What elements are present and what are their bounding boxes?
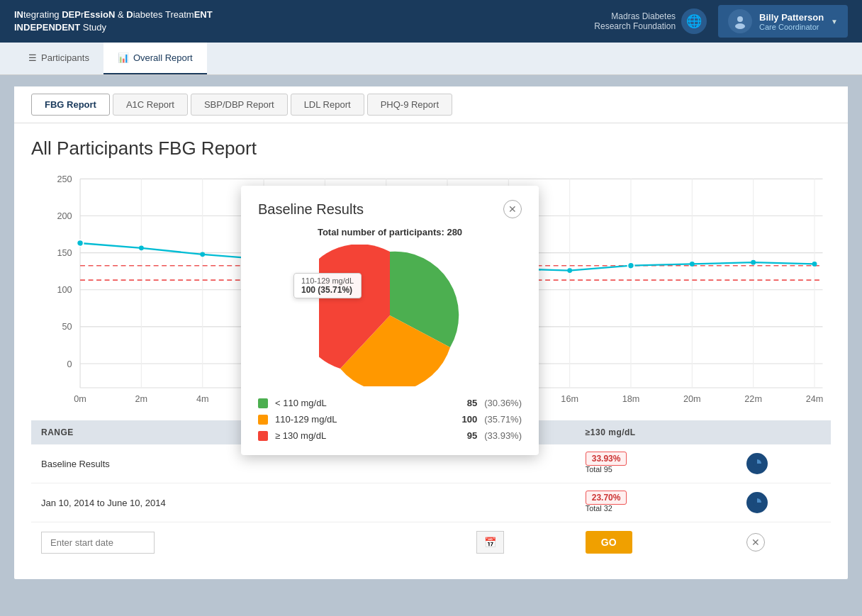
user-info: Billy Patterson Care Coordinator <box>759 12 824 31</box>
legend-label-green: < 110 mg/dL <box>275 398 460 408</box>
legend-pct-red: (33.93%) <box>484 430 522 441</box>
report-title: All Participants FBG Report <box>31 138 831 159</box>
svg-point-32 <box>200 252 205 257</box>
modal-total: Total number of participants: 280 <box>258 227 522 237</box>
sub-tab-ldl[interactable]: LDL Report <box>291 94 364 116</box>
svg-point-40 <box>690 262 695 267</box>
logo-in: IN <box>14 9 23 20</box>
legend-value-red: 95 <box>467 430 477 441</box>
tab-participants[interactable]: ☰ Participants <box>14 43 103 74</box>
start-date-input[interactable] <box>41 532 155 554</box>
legend-value-green: 85 <box>467 398 477 408</box>
sub-tab-phq9[interactable]: PHQ-9 Report <box>367 94 452 116</box>
chevron-down-icon: ▼ <box>831 18 838 26</box>
logo-independent: INDEPENDENT <box>14 22 80 33</box>
legend-dot-green <box>258 398 268 408</box>
svg-text:0: 0 <box>67 359 72 369</box>
svg-point-42 <box>812 262 817 267</box>
foundation-info: Madras Diabetes Research Foundation 🌐 <box>594 9 707 34</box>
legend-dot-orange <box>258 415 268 425</box>
svg-text:250: 250 <box>57 174 72 184</box>
svg-point-38 <box>567 268 572 273</box>
pie-legend: < 110 mg/dL 85 (30.36%) 110-129 mg/dL 10… <box>258 398 522 441</box>
svg-point-30 <box>77 240 83 246</box>
clear-row-button[interactable]: ✕ <box>746 533 765 551</box>
foundation-sub: Research Foundation <box>594 21 676 31</box>
modal-close-button[interactable]: ✕ <box>503 200 522 218</box>
sub-tab-fbg[interactable]: FBG Report <box>31 94 110 116</box>
sub-tab-sbpdbp[interactable]: SBP/DBP Report <box>191 94 288 116</box>
chart-icon: 📊 <box>118 52 129 63</box>
user-role: Care Coordinator <box>759 23 824 31</box>
col-130: ≥130 mg/dL <box>576 420 737 444</box>
avatar <box>728 9 752 33</box>
table-row-input: 📅 GO ✕ <box>31 522 831 563</box>
header: INtegrating DEPrEssioN & Diabetes Treatm… <box>0 0 862 43</box>
badge-33: 33.93% <box>586 452 627 466</box>
pie-chart-container: 110-129 mg/dL 100 (35.71%) <box>258 245 522 386</box>
app-logo: INtegrating DEPrEssioN & Diabetes Treatm… <box>14 9 213 34</box>
svg-text:24m: 24m <box>806 394 824 404</box>
legend-item-green: < 110 mg/dL 85 (30.36%) <box>258 398 522 408</box>
tooltip-value: 100 (35.71%) <box>301 285 354 295</box>
nav-tabs: ☰ Participants 📊 Overall Report <box>0 43 862 75</box>
sub-tabs: FBG Report A1C Report SBP/DBP Report LDL… <box>14 86 848 123</box>
legend-item-orange: 110-129 mg/dL 100 (35.71%) <box>258 414 522 425</box>
svg-text:20m: 20m <box>683 394 701 404</box>
svg-point-39 <box>627 262 634 269</box>
tooltip-label: 110-129 mg/dL <box>301 276 354 285</box>
svg-point-0 <box>737 16 743 22</box>
calendar-button[interactable]: 📅 <box>476 531 504 554</box>
row-label-date: Jan 10, 2014 to June 10, 2014 <box>31 483 362 522</box>
pie-tooltip: 110-129 mg/dL 100 (35.71%) <box>293 273 362 298</box>
logo-dep: DEP <box>62 9 81 20</box>
svg-text:200: 200 <box>57 211 72 221</box>
baseline-modal: Baseline Results ✕ Total number of parti… <box>241 186 539 455</box>
svg-text:2m: 2m <box>135 394 148 404</box>
svg-text:50: 50 <box>62 322 72 332</box>
go-button[interactable]: GO <box>586 531 632 554</box>
legend-pct-green: (30.36%) <box>484 398 522 408</box>
svg-text:100: 100 <box>57 285 72 295</box>
pie-chart-icon-2[interactable] <box>746 492 768 513</box>
legend-label-orange: 110-129 mg/dL <box>275 414 455 425</box>
col-icon <box>737 420 831 444</box>
modal-header: Baseline Results ✕ <box>258 200 522 218</box>
user-name: Billy Patterson <box>759 12 824 23</box>
tab-overall-report[interactable]: 📊 Overall Report <box>103 43 207 74</box>
badge-23: 23.70% <box>586 491 627 505</box>
legend-item-red: ≥ 130 mg/dL 95 (33.93%) <box>258 430 522 441</box>
sub-tab-a1c[interactable]: A1C Report <box>113 94 188 116</box>
svg-text:16m: 16m <box>561 394 578 404</box>
svg-text:0m: 0m <box>74 394 86 404</box>
foundation-name: Madras Diabetes <box>594 11 676 21</box>
report-card: FBG Report A1C Report SBP/DBP Report LDL… <box>14 86 848 579</box>
svg-point-1 <box>735 23 745 29</box>
header-right: Madras Diabetes Research Foundation 🌐 Bi… <box>594 5 848 38</box>
svg-text:18m: 18m <box>622 394 640 404</box>
modal-title: Baseline Results <box>258 201 364 218</box>
svg-text:150: 150 <box>57 248 72 258</box>
legend-pct-orange: (35.71%) <box>484 414 522 425</box>
globe-icon: 🌐 <box>681 9 707 34</box>
total-95: Total 95 <box>586 465 612 474</box>
svg-text:4m: 4m <box>196 394 209 404</box>
legend-dot-red <box>258 431 268 441</box>
total-32: Total 32 <box>586 504 612 513</box>
main-content: FBG Report A1C Report SBP/DBP Report LDL… <box>0 75 862 590</box>
svg-text:22m: 22m <box>744 394 762 404</box>
legend-label-red: ≥ 130 mg/dL <box>275 430 460 441</box>
list-icon: ☰ <box>28 52 37 63</box>
table-row: Jan 10, 2014 to June 10, 2014 23.70% Tot… <box>31 483 831 522</box>
svg-point-41 <box>751 260 756 265</box>
pie-chart <box>319 245 461 386</box>
tab-overall-report-label: Overall Report <box>133 52 193 63</box>
pie-chart-icon-1[interactable] <box>746 453 768 474</box>
legend-value-orange: 100 <box>462 414 478 425</box>
tab-participants-label: Participants <box>41 52 89 63</box>
user-menu[interactable]: Billy Patterson Care Coordinator ▼ <box>718 5 848 38</box>
svg-point-31 <box>139 245 144 250</box>
